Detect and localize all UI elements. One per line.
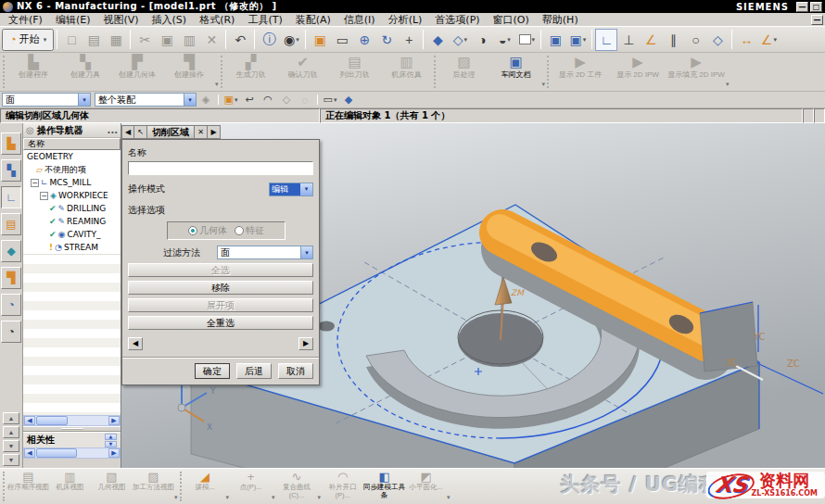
measure-angle-button[interactable]: ∠▾ (757, 29, 780, 51)
toolbar-grip[interactable] (3, 472, 6, 501)
postprocess-button[interactable]: ▨后处理 (438, 54, 490, 91)
scroll-left-icon[interactable]: ◀ (24, 416, 35, 425)
scrollbar-track[interactable] (69, 416, 108, 425)
feature-radio[interactable]: 特征 (235, 224, 264, 237)
menu-analysis[interactable]: 分析(L) (382, 13, 429, 27)
next-page-button[interactable]: ▶ (298, 337, 313, 350)
menu-tools[interactable]: 工具(T) (241, 13, 288, 27)
toolbar-grip[interactable] (434, 56, 438, 88)
snap-point-midpoint-button[interactable]: ◇ (706, 29, 729, 51)
patch-opening-button[interactable]: ◠补片开口(P)... (322, 470, 363, 504)
previous-page-button[interactable]: ◀ (128, 337, 143, 350)
scroll-right-icon[interactable]: ▶ (108, 416, 120, 425)
name-column-header[interactable]: 名称 (23, 138, 121, 150)
fit-view-button[interactable]: ▣ (309, 29, 331, 51)
undo-button[interactable]: ↶ (229, 29, 251, 51)
window-cascade-button[interactable]: ▣▾ (566, 29, 589, 51)
cancel-button[interactable]: 取消 (278, 363, 313, 379)
orient-csys-button[interactable]: ∟ (595, 29, 617, 51)
facet-body-button[interactable]: ◩小平面化... (405, 470, 447, 504)
tree-row-streamline[interactable]: !◔STREAM (23, 241, 121, 254)
tree-row-mcs-mill[interactable]: −∟MCS_MILL (23, 176, 121, 189)
menu-file[interactable]: 文件(F) (2, 13, 49, 27)
geometry-radio[interactable]: 几何体 (188, 224, 227, 237)
back-button[interactable]: 后退 (236, 363, 272, 379)
mdi-minimize-button[interactable]: — (811, 15, 823, 25)
geometry-view-button[interactable]: ▧几何视图 (91, 470, 133, 504)
dependencies-header[interactable]: 相关性 ▲ ▼ (23, 432, 121, 447)
select-all-button[interactable]: 全选 (128, 263, 313, 277)
tree-row-geometry[interactable]: GEOMETRY (23, 150, 121, 163)
menu-preferences[interactable]: 首选项(P) (428, 13, 486, 27)
zoom-in-out-button[interactable]: ⊕ (353, 29, 375, 51)
toolbar-overflow-icon[interactable]: ▾ (542, 81, 546, 88)
palette-scroll-bottom-button[interactable]: ▼ (3, 454, 19, 466)
menu-format[interactable]: 格式(R) (193, 13, 241, 27)
new-window-button[interactable]: ▣ (544, 29, 566, 51)
scrollbar-track[interactable] (78, 448, 108, 458)
shaded-object-button[interactable]: ◆ (339, 93, 358, 107)
tree-row-drilling[interactable]: ✔✎DRILLING (23, 202, 121, 215)
restore-button[interactable]: □ (810, 2, 822, 12)
dependencies-down-icon[interactable]: ▼ (105, 441, 117, 447)
measure-distance-button[interactable]: ↔ (735, 29, 757, 51)
operation-navigator-button[interactable]: ∟ (1, 186, 21, 208)
save-button[interactable]: ▦ (105, 29, 127, 51)
type-filter-combo[interactable]: 面▾ (2, 93, 91, 107)
geometry-radio-icon[interactable] (188, 226, 197, 235)
menu-insert[interactable]: 插入(S) (146, 13, 194, 27)
show-filled-2d-ipw-button[interactable]: ▶显示填充 2D IPW (666, 54, 726, 91)
history-palette-button[interactable]: ◔ (1, 321, 21, 343)
rollback-selection-button[interactable]: ↩ (240, 93, 259, 107)
draft-button[interactable]: ◢拔模... (184, 470, 226, 504)
feature-radio-icon[interactable] (235, 226, 244, 235)
pan-view-button[interactable]: + (398, 29, 420, 51)
dialog-cursor-icon[interactable]: ↖ (134, 125, 147, 139)
collapse-icon[interactable]: − (31, 179, 39, 187)
create-program-button[interactable]: ▙创建程序 (7, 54, 59, 91)
machine-simulation-button[interactable]: ▥机床仿真 (381, 54, 433, 91)
scroll-left-icon[interactable]: ◀ (24, 448, 35, 458)
navigator-h-scrollbar[interactable]: ◀ ▶ (23, 415, 121, 426)
minimize-button[interactable]: — (796, 2, 808, 12)
toolbar-overflow-icon[interactable]: ▾ (726, 81, 730, 88)
dialog-back-arrow-icon[interactable]: ◀ (121, 125, 134, 139)
tree-row-reaming[interactable]: ✔✎REAMING (23, 215, 121, 228)
point-button[interactable]: +点(P)... (230, 470, 272, 504)
toolbar-overflow-icon[interactable]: ▾ (272, 494, 275, 501)
selection-options-button[interactable]: ◈ (197, 93, 215, 107)
show-2d-workpiece-button[interactable]: ▶显示 2D 工件 (552, 54, 609, 91)
scrollbar-thumb[interactable] (36, 448, 77, 458)
contrast-button[interactable]: ◑ (471, 29, 493, 51)
new-part-button[interactable]: □ (60, 29, 82, 51)
filter-method-combo[interactable]: 面 ▾ (217, 246, 313, 259)
scroll-right-icon[interactable]: ▶ (108, 448, 120, 458)
program-order-view-button[interactable]: ▤程序顺序视图 (7, 470, 49, 504)
reselect-all-button[interactable]: 全重选 (128, 316, 313, 330)
snap-point-parallel-button[interactable]: ∥ (662, 29, 684, 51)
dialog-title[interactable]: 切削区域 (147, 125, 195, 139)
menu-help[interactable]: 帮助(H) (536, 13, 585, 27)
filter-method-dropdown-icon[interactable]: ▾ (300, 246, 312, 258)
snap-point-circle-button[interactable]: ○ (684, 29, 706, 51)
cut-button[interactable]: ✂ (133, 29, 156, 51)
rectangle-select-button[interactable]: ▭▾ (321, 93, 339, 107)
shaded-view-button[interactable]: ◆ (426, 29, 449, 51)
zoom-window-button[interactable]: ▭ (331, 29, 353, 51)
toolbar-grip[interactable] (547, 56, 551, 88)
machine-tool-view-button[interactable]: ▥机床视图 (49, 470, 91, 504)
menu-window[interactable]: 窗口(O) (487, 13, 536, 27)
open-button[interactable]: ▤ (82, 29, 105, 51)
create-operation-button[interactable]: ▜创建操作 (163, 54, 215, 91)
menu-information[interactable]: 信息(I) (337, 13, 382, 27)
copy-button[interactable]: ▣ (156, 29, 178, 51)
small-hole[interactable] (318, 321, 335, 332)
machining-wizards-button[interactable]: ▜ (1, 267, 21, 289)
menu-view[interactable]: 视图(V) (96, 13, 145, 27)
menu-edit[interactable]: 编辑(E) (49, 13, 97, 27)
tree-row-cavity-mill[interactable]: ✔◉CAVITY_ (23, 228, 121, 241)
toolbar-overflow-icon[interactable]: ▾ (318, 494, 322, 501)
tree-row-workpiece[interactable]: −◈WORKPIECE (23, 189, 121, 202)
synchronous-modeling-button[interactable]: ◧同步建模工具条 (363, 470, 405, 504)
reuse-library-button[interactable]: ▤ (1, 213, 21, 235)
